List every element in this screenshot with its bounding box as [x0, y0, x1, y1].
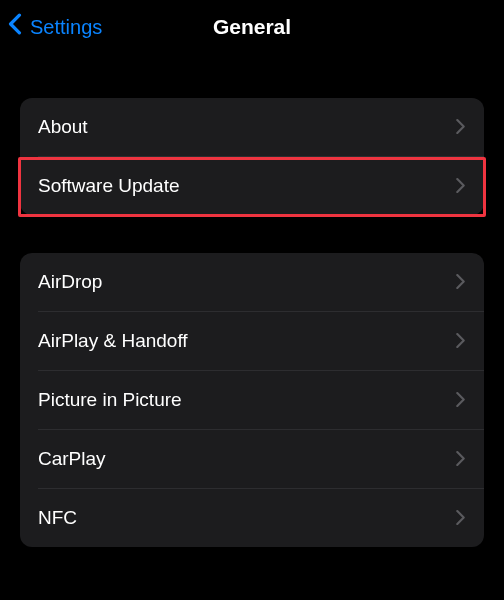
row-about[interactable]: About	[20, 98, 484, 156]
row-carplay[interactable]: CarPlay	[20, 430, 484, 488]
settings-group-2: AirDrop AirPlay & Handoff Picture in Pic…	[20, 253, 484, 547]
settings-group-1: About Software Update	[20, 98, 484, 215]
row-picture-in-picture[interactable]: Picture in Picture	[20, 371, 484, 429]
chevron-right-icon	[456, 451, 466, 467]
chevron-right-icon	[456, 119, 466, 135]
row-label: Picture in Picture	[38, 389, 182, 411]
row-label: NFC	[38, 507, 77, 529]
content: About Software Update AirDrop	[0, 98, 504, 547]
chevron-left-icon	[8, 13, 26, 41]
row-label: AirPlay & Handoff	[38, 330, 188, 352]
row-airdrop[interactable]: AirDrop	[20, 253, 484, 311]
back-button[interactable]: Settings	[8, 13, 102, 41]
page-title: General	[213, 15, 291, 39]
chevron-right-icon	[456, 333, 466, 349]
row-label: Software Update	[38, 175, 180, 197]
back-label: Settings	[30, 16, 102, 39]
row-airplay-handoff[interactable]: AirPlay & Handoff	[20, 312, 484, 370]
row-label: AirDrop	[38, 271, 102, 293]
chevron-right-icon	[456, 510, 466, 526]
row-label: CarPlay	[38, 448, 106, 470]
nav-header: Settings General	[0, 0, 504, 54]
row-label: About	[38, 116, 88, 138]
chevron-right-icon	[456, 178, 466, 194]
chevron-right-icon	[456, 274, 466, 290]
chevron-right-icon	[456, 392, 466, 408]
row-nfc[interactable]: NFC	[20, 489, 484, 547]
row-software-update[interactable]: Software Update	[20, 157, 484, 215]
